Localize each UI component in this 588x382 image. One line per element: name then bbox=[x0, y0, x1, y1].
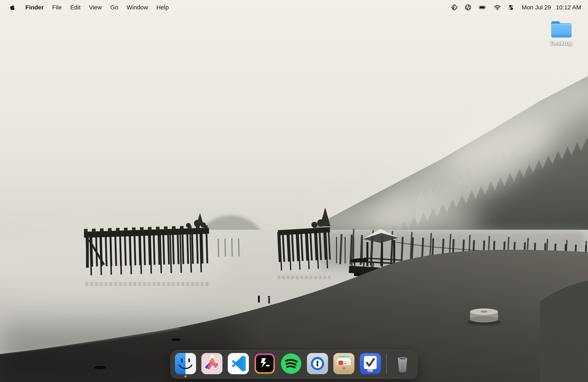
control-center-menu-extra[interactable] bbox=[504, 4, 518, 11]
wifi-icon bbox=[494, 4, 501, 10]
apple-logo-icon bbox=[10, 4, 15, 10]
menu-item-finder[interactable]: Finder bbox=[21, 4, 48, 11]
window-snap-icon bbox=[451, 4, 458, 11]
finder-running-indicator bbox=[185, 375, 186, 377]
menu-item-help[interactable]: Help bbox=[152, 4, 173, 11]
dock-item-things-todo[interactable] bbox=[360, 353, 381, 374]
dock-item-1password[interactable] bbox=[307, 353, 328, 374]
dock-item-warp-terminal[interactable] bbox=[254, 353, 275, 374]
cable-spool bbox=[467, 308, 501, 325]
menu-item-view[interactable]: View bbox=[85, 4, 106, 11]
menu-item-edit[interactable]: Edit bbox=[66, 4, 85, 11]
clock-date: Mon Jul 29 bbox=[522, 4, 551, 11]
warp-terminal-icon bbox=[254, 353, 275, 374]
control-center-icon bbox=[508, 4, 514, 11]
screenshot-menu-extra[interactable] bbox=[461, 4, 475, 11]
screenshot-aperture-icon bbox=[465, 4, 471, 11]
macos-desktop: Finder File Edit View Go Window Help bbox=[0, 0, 588, 382]
dock-item-arc-browser[interactable] bbox=[201, 353, 223, 374]
trash-icon bbox=[392, 353, 413, 374]
menu-item-file[interactable]: File bbox=[48, 4, 66, 11]
menu-item-go[interactable]: Go bbox=[106, 4, 122, 11]
menu-bar: Finder File Edit View Go Window Help bbox=[0, 0, 588, 15]
dock-divider bbox=[386, 354, 387, 373]
spotify-icon bbox=[281, 353, 302, 374]
apple-menu[interactable] bbox=[7, 4, 18, 10]
window-snap-menu-extra[interactable] bbox=[448, 4, 461, 11]
clock-time: 10:12 AM bbox=[556, 4, 581, 11]
battery-menu-extra[interactable] bbox=[475, 5, 490, 10]
menu-bar-left: Finder File Edit View Go Window Help bbox=[0, 4, 173, 11]
finder-icon bbox=[175, 353, 196, 374]
dock-item-finder[interactable] bbox=[175, 353, 196, 374]
wifi-menu-extra[interactable] bbox=[490, 4, 504, 10]
blue-folder-icon bbox=[549, 18, 574, 39]
vscode-icon bbox=[228, 353, 249, 374]
dock-item-trash[interactable] bbox=[392, 353, 413, 374]
dock-item-vscode[interactable] bbox=[228, 353, 249, 374]
battery-icon bbox=[478, 5, 487, 10]
dock bbox=[170, 350, 418, 379]
card-organizer-icon bbox=[333, 353, 355, 374]
dock-item-card-organizer[interactable] bbox=[333, 353, 355, 374]
menu-bar-clock[interactable]: Mon Jul 29 10:12 AM bbox=[522, 4, 581, 11]
menu-bar-status-area: Mon Jul 29 10:12 AM bbox=[448, 4, 588, 11]
wallpaper-foggy-pier-photo bbox=[0, 0, 588, 382]
desktop-folder-label: Desktop bbox=[550, 40, 572, 46]
arc-browser-icon bbox=[201, 353, 223, 374]
things-checkbox-icon bbox=[360, 353, 381, 374]
desktop-folder-shortcut[interactable]: Desktop bbox=[538, 18, 584, 46]
onepassword-icon bbox=[307, 353, 328, 374]
dock-item-spotify[interactable] bbox=[281, 353, 302, 374]
menu-item-window[interactable]: Window bbox=[122, 4, 152, 11]
